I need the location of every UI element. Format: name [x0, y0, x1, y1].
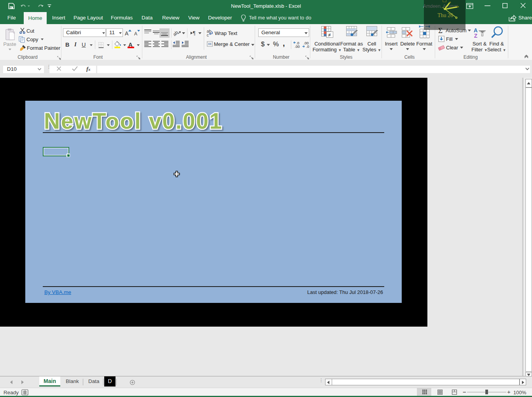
svg-text:Z: Z	[474, 33, 478, 38]
svg-text:.00: .00	[295, 44, 300, 49]
svg-text:NewTool v0.001: NewTool v0.001	[44, 108, 223, 133]
svg-text:ab: ab	[173, 30, 179, 37]
svg-text:¶: ¶	[193, 30, 196, 36]
svg-text:c: c	[207, 33, 209, 37]
svg-text:.0: .0	[306, 44, 309, 49]
svg-text:≠: ≠	[328, 32, 331, 38]
